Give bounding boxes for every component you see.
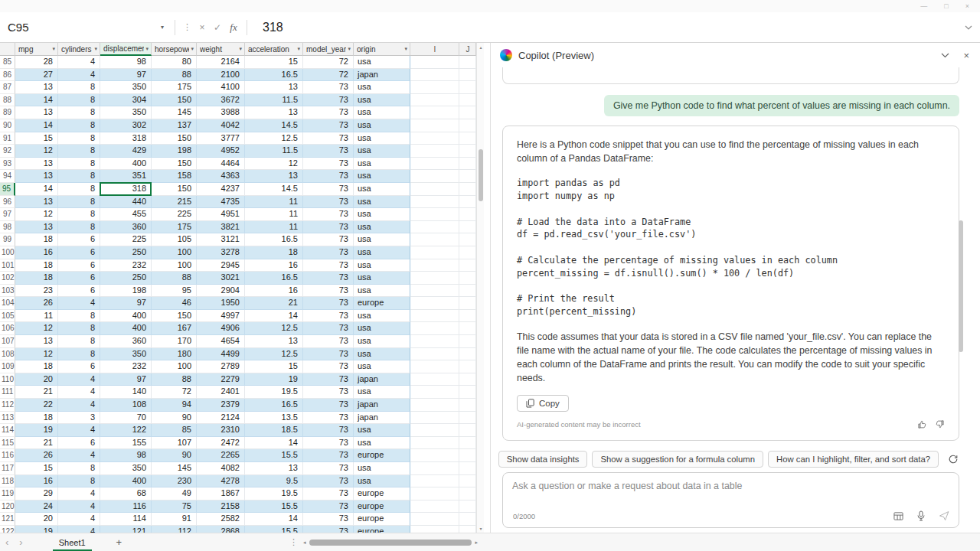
cell[interactable]: usa [354, 106, 410, 119]
row-header-108[interactable]: 108 [0, 348, 15, 361]
cell[interactable] [459, 487, 476, 500]
sheet-vertical-scrollbar[interactable]: ▴ ▾ [476, 43, 484, 533]
scrollbar-thumb[interactable] [309, 540, 472, 546]
cell[interactable]: 73 [303, 399, 354, 412]
row-header-120[interactable]: 120 [0, 500, 15, 514]
cell[interactable]: 4 [58, 56, 100, 69]
suggestion-chip[interactable]: How can I highlight, filter, and sort da… [768, 451, 939, 468]
microphone-icon[interactable] [916, 510, 926, 521]
cell[interactable]: usa [354, 119, 410, 132]
cell[interactable]: 8 [58, 106, 100, 119]
cell[interactable]: 137 [152, 119, 197, 132]
cell[interactable]: 94 [152, 399, 197, 412]
cell[interactable]: 11 [245, 196, 303, 209]
scroll-up-icon[interactable]: ▴ [477, 44, 484, 50]
filter-dropdown-icon[interactable]: ▾ [52, 46, 55, 52]
column-header-acceleration[interactable]: acceleration▾ [245, 43, 303, 56]
cell[interactable] [410, 183, 459, 196]
cell[interactable]: 18 [15, 412, 58, 425]
cell[interactable] [410, 196, 459, 209]
cell[interactable]: 8 [58, 475, 100, 488]
cell[interactable]: 122 [100, 424, 152, 437]
cell[interactable] [410, 412, 459, 425]
cell[interactable]: 145 [152, 462, 197, 475]
cell[interactable]: usa [354, 475, 410, 488]
cell[interactable]: 16.5 [245, 69, 303, 82]
column-header-mpg[interactable]: mpg▾ [15, 43, 58, 56]
cell[interactable]: 13 [15, 158, 58, 171]
cell[interactable]: 108 [100, 399, 152, 412]
cell[interactable] [459, 412, 476, 425]
cell[interactable]: 15 [245, 360, 303, 373]
cell[interactable]: 15 [15, 462, 58, 475]
cell[interactable]: 3988 [197, 106, 245, 119]
row-header-85[interactable]: 85 [0, 56, 15, 69]
cell[interactable]: 14 [245, 437, 303, 450]
cell[interactable]: 198 [100, 285, 152, 298]
cell[interactable]: 18 [15, 360, 58, 373]
cell[interactable]: europe [354, 297, 410, 310]
cell[interactable]: 73 [303, 412, 354, 425]
cell[interactable]: 2789 [197, 360, 245, 373]
cell[interactable]: 302 [100, 119, 152, 132]
cell[interactable]: 250 [100, 246, 152, 259]
expand-formula-bar-icon[interactable] [965, 25, 972, 30]
scrollbar-thumb[interactable] [479, 149, 483, 201]
scroll-down-icon[interactable]: ▾ [477, 526, 484, 531]
cell[interactable]: 8 [58, 94, 100, 107]
cell[interactable]: 20 [15, 513, 58, 526]
cell[interactable] [410, 526, 459, 533]
cell[interactable]: 18 [15, 233, 58, 246]
cell[interactable]: 73 [303, 259, 354, 272]
cell[interactable]: 16.5 [245, 399, 303, 412]
cell[interactable]: usa [354, 145, 410, 158]
cell[interactable]: 91 [152, 513, 197, 526]
cell[interactable]: 12 [15, 145, 58, 158]
cell[interactable]: 73 [303, 196, 354, 209]
cell[interactable] [459, 272, 476, 285]
cell[interactable]: 73 [303, 526, 354, 533]
row-header-107[interactable]: 107 [0, 335, 15, 348]
cell[interactable]: europe [354, 513, 410, 526]
row-header-104[interactable]: 104 [0, 297, 15, 310]
column-header-horsepower[interactable]: horsepower▾ [152, 43, 197, 56]
cell[interactable]: 11 [245, 221, 303, 234]
cell[interactable]: 18 [15, 259, 58, 272]
cell[interactable]: 170 [152, 335, 197, 348]
cell[interactable]: 9.5 [245, 475, 303, 488]
cell[interactable]: 15 [245, 56, 303, 69]
cell[interactable]: usa [354, 437, 410, 450]
cell[interactable]: 4 [58, 399, 100, 412]
cell[interactable]: 13 [245, 462, 303, 475]
cell[interactable]: 98 [100, 56, 152, 69]
cell[interactable] [459, 373, 476, 386]
cell[interactable]: 73 [303, 119, 354, 132]
scroll-right-icon[interactable]: ▸ [475, 540, 478, 546]
cell[interactable]: 90 [152, 412, 197, 425]
filter-dropdown-icon[interactable]: ▾ [297, 46, 300, 52]
row-header-92[interactable]: 92 [0, 145, 15, 158]
cell[interactable]: 13 [15, 106, 58, 119]
cell[interactable]: 4 [58, 69, 100, 82]
row-header-117[interactable]: 117 [0, 462, 15, 475]
cell[interactable]: 232 [100, 360, 152, 373]
cell[interactable]: usa [354, 221, 410, 234]
cell[interactable]: 97 [100, 69, 152, 82]
cell[interactable]: 4 [58, 373, 100, 386]
cell[interactable]: 73 [303, 233, 354, 246]
next-sheet-icon[interactable]: › [14, 536, 28, 548]
cell[interactable] [410, 487, 459, 500]
cell[interactable] [459, 424, 476, 437]
cell[interactable] [410, 462, 459, 475]
previous-sheet-icon[interactable]: ‹ [0, 536, 14, 548]
cell[interactable]: 16 [245, 285, 303, 298]
cell[interactable]: 100 [152, 259, 197, 272]
cell[interactable]: 3278 [197, 246, 245, 259]
cell[interactable]: 21 [15, 386, 58, 399]
cell[interactable]: 85 [152, 424, 197, 437]
cell[interactable]: 19 [15, 526, 58, 533]
cell[interactable]: 116 [100, 500, 152, 514]
cell[interactable]: japan [354, 412, 410, 425]
cell[interactable]: 88 [152, 373, 197, 386]
cell[interactable]: 73 [303, 373, 354, 386]
